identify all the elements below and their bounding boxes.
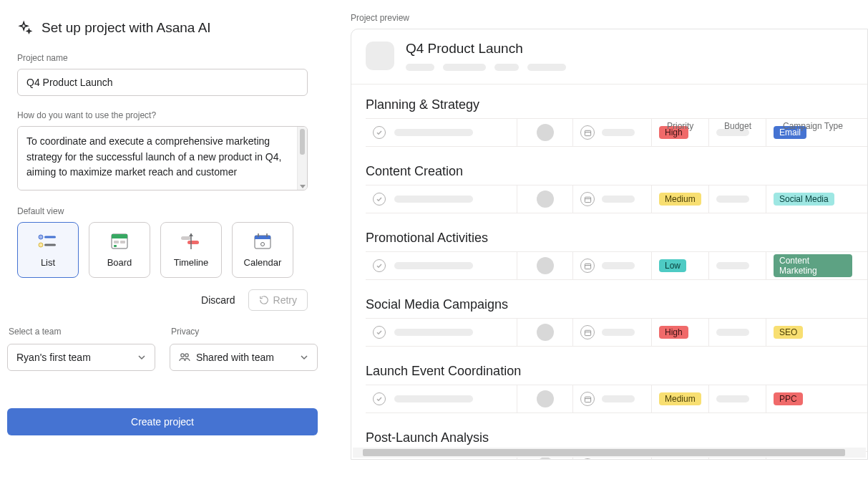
- task-priority-cell: Medium: [652, 185, 709, 213]
- budget-skeleton: [716, 395, 749, 402]
- task-budget-cell: [709, 185, 766, 213]
- team-icon: [179, 352, 190, 363]
- preview-label: Project preview: [351, 13, 868, 23]
- section-block: Content Creation Medium Social Media: [366, 164, 867, 213]
- project-avatar: [366, 42, 394, 70]
- column-headers: Priority Budget Campaign Type: [667, 121, 867, 131]
- col-header-type: Campaign Type: [781, 121, 867, 131]
- col-header-priority: Priority: [667, 121, 724, 131]
- svg-rect-5: [112, 234, 127, 238]
- calendar-icon: [580, 392, 595, 406]
- task-budget-cell: [709, 252, 766, 279]
- task-priority-cell: Low: [652, 252, 709, 279]
- calendar-icon: [580, 325, 595, 339]
- task-assignee-cell: [517, 119, 573, 146]
- task-date-cell: [573, 252, 652, 279]
- date-skeleton: [602, 129, 635, 136]
- form-actions: Discard Retry: [17, 289, 308, 311]
- task-row[interactable]: Low Content Marketing: [366, 251, 867, 280]
- privacy-select[interactable]: Shared with team: [170, 344, 318, 371]
- svg-rect-26: [585, 330, 590, 335]
- avatar: [537, 190, 554, 208]
- privacy-value: Shared with team: [196, 352, 274, 363]
- create-project-button[interactable]: Create project: [7, 408, 318, 435]
- chevron-down-icon: [300, 353, 308, 362]
- scrollbar-thumb[interactable]: [363, 449, 845, 456]
- section-title: Social Media Campaigns: [366, 297, 867, 312]
- col-header-budget: Budget: [724, 121, 781, 131]
- task-budget-cell: [709, 319, 766, 346]
- budget-skeleton: [716, 262, 749, 269]
- calendar-icon: [580, 125, 595, 140]
- horizontal-scrollbar[interactable]: [353, 448, 866, 458]
- view-option-timeline[interactable]: Timeline: [160, 222, 222, 278]
- task-row[interactable]: Medium Social Media: [366, 185, 867, 213]
- budget-skeleton: [716, 196, 749, 203]
- campaign-type-chip: Content Marketing: [774, 254, 852, 277]
- task-name-skeleton: [394, 329, 473, 336]
- team-select[interactable]: Ryan's first team: [7, 344, 155, 371]
- section-title: Planning & Strategy: [366, 97, 867, 112]
- task-name-cell: [366, 319, 517, 346]
- task-priority-cell: Medium: [652, 385, 709, 412]
- project-name-label: Project name: [17, 53, 308, 63]
- calendar-icon: [580, 259, 595, 273]
- tab-skeleton: [443, 64, 486, 71]
- list-icon: [37, 233, 59, 250]
- discard-button[interactable]: Discard: [201, 294, 235, 306]
- calendar-icon: [252, 233, 273, 250]
- default-view-label: Default view: [17, 206, 308, 216]
- view-option-label: Calendar: [244, 257, 282, 268]
- view-option-calendar[interactable]: Calendar: [232, 222, 293, 278]
- budget-skeleton: [716, 329, 749, 336]
- privacy-label: Privacy: [171, 327, 318, 337]
- preview-panel: Project preview Q4 Product Launch Priori…: [338, 0, 868, 497]
- avatar: [537, 324, 554, 341]
- svg-rect-22: [585, 197, 590, 202]
- task-assignee-cell: [517, 185, 573, 213]
- usage-textarea[interactable]: To coordinate and execute a comprehensiv…: [18, 127, 297, 190]
- task-type-cell: PPC: [766, 385, 859, 412]
- priority-chip: Medium: [659, 392, 701, 405]
- task-row[interactable]: High SEO: [366, 318, 867, 347]
- task-assignee-cell: [517, 252, 573, 279]
- task-date-cell: [573, 119, 652, 146]
- retry-button[interactable]: Retry: [248, 289, 308, 311]
- task-name-cell: [366, 185, 517, 213]
- tab-skeleton: [406, 64, 434, 71]
- view-option-list[interactable]: List: [17, 222, 79, 278]
- check-circle-icon[interactable]: [373, 126, 386, 139]
- view-option-board[interactable]: Board: [89, 222, 150, 278]
- task-name-cell: [366, 252, 517, 279]
- svg-rect-6: [114, 241, 119, 243]
- textarea-scrollbar[interactable]: [297, 127, 307, 190]
- timeline-icon: [180, 233, 202, 250]
- svg-rect-10: [181, 236, 191, 240]
- svg-point-0: [39, 235, 43, 239]
- task-name-skeleton: [394, 129, 473, 136]
- check-circle-icon[interactable]: [373, 392, 386, 405]
- section-title: Launch Event Coordination: [366, 364, 867, 379]
- selects-row: Select a team Ryan's first team Privacy …: [7, 327, 318, 371]
- check-circle-icon[interactable]: [373, 326, 386, 339]
- section-block: Social Media Campaigns High SEO: [366, 297, 867, 347]
- svg-point-17: [261, 242, 265, 246]
- svg-marker-12: [189, 233, 193, 236]
- panel-header: Set up project with Asana AI: [7, 14, 318, 49]
- task-assignee-cell: [517, 385, 573, 412]
- svg-point-18: [181, 354, 184, 357]
- view-options: List Board: [17, 222, 308, 278]
- date-skeleton: [602, 329, 635, 336]
- project-name-input[interactable]: [17, 69, 308, 96]
- check-circle-icon[interactable]: [373, 193, 386, 206]
- campaign-type-chip: Social Media: [774, 193, 834, 206]
- check-circle-icon[interactable]: [373, 259, 386, 272]
- preview-tabs: [406, 64, 566, 71]
- task-row[interactable]: Medium PPC: [366, 385, 867, 413]
- chevron-down-icon: [137, 353, 146, 362]
- avatar: [537, 257, 554, 274]
- svg-rect-8: [114, 245, 117, 247]
- preview-header: Q4 Product Launch: [351, 29, 867, 77]
- svg-rect-24: [585, 264, 590, 269]
- priority-chip: High: [659, 326, 688, 339]
